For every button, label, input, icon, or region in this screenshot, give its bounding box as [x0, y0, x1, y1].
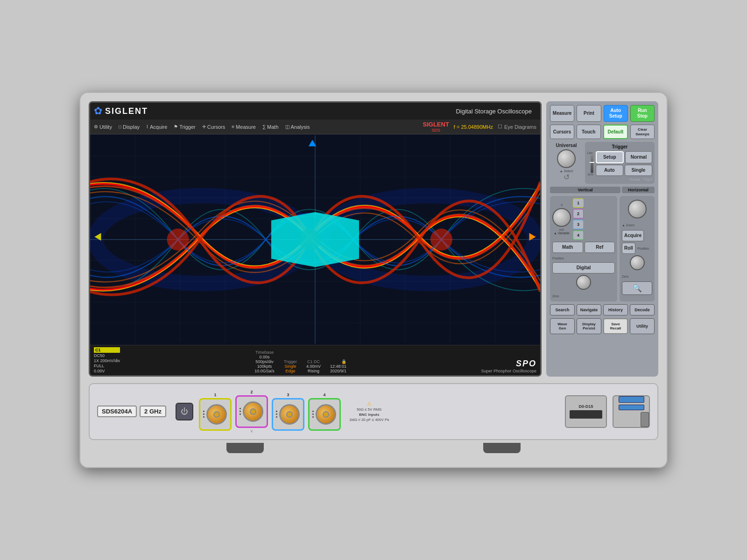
ch3-bnc-inner	[279, 404, 300, 425]
save-recall-button[interactable]: Save Recall	[603, 318, 628, 334]
ch1-bnc-label: 1	[214, 392, 216, 397]
timebase-kpts: 100kpts	[254, 364, 275, 369]
cursors-button[interactable]: Cursors	[550, 125, 574, 139]
eye-checkbox: ☐	[498, 124, 502, 130]
ch4-connector[interactable]	[308, 398, 341, 431]
usb-port-2[interactable]	[619, 405, 644, 410]
ch3-connector[interactable]	[272, 398, 304, 431]
default-button[interactable]: Default	[603, 125, 628, 139]
clear-sweeps-button[interactable]: Clear Sweeps	[630, 125, 655, 139]
variable-label: ▲ Variable	[554, 231, 570, 235]
touch-button[interactable]: Touch	[577, 125, 601, 139]
trigger-row1: Setup Normal	[596, 151, 652, 163]
menu-trigger[interactable]: ⚑ Trigger	[174, 124, 195, 130]
bnc-ch1: 1	[199, 392, 232, 431]
trigod-label: Trig'd	[643, 177, 652, 182]
timestamp: 12:48:01	[330, 364, 346, 369]
date: 2020/9/1	[330, 369, 346, 373]
position-knob-horiz[interactable]	[630, 255, 645, 270]
siglent-small: SIGLENT	[423, 121, 449, 128]
position-label-vert: Position	[552, 257, 564, 260]
ref-button[interactable]: Ref	[585, 242, 615, 253]
bnc-ch3: 3	[272, 392, 304, 431]
utility-button[interactable]: Utility	[630, 318, 655, 334]
universal-section: Universal ▲ Select ↺	[550, 142, 583, 184]
zoom-label: ▲ Zoom	[622, 224, 634, 227]
math-ref-row: Math Ref	[552, 242, 615, 253]
stands	[89, 443, 658, 453]
search-button[interactable]: Search	[550, 304, 575, 315]
freq-badge: 2 GHz	[140, 406, 166, 417]
model-text: SDS6204A	[97, 406, 137, 417]
ch1-connector[interactable]	[199, 398, 232, 431]
menu-math[interactable]: ∑ Math	[262, 124, 279, 130]
trigger-auto-button[interactable]: Auto	[596, 165, 623, 176]
model-small: SDS	[431, 128, 440, 133]
stand-right	[483, 443, 521, 453]
ch4-bnc-label: 4	[323, 392, 325, 397]
wavegen-button[interactable]: Wave Gen	[550, 318, 575, 334]
ch2-connector[interactable]	[235, 395, 268, 428]
menu-measure[interactable]: ≡ Measure	[232, 124, 256, 130]
acq-info: 🔒 12:48:01 2020/9/1	[330, 359, 346, 373]
power-button[interactable]: ⏻	[176, 403, 193, 420]
history-button[interactable]: History	[603, 304, 628, 315]
model-badge: SDS6204A 2 GHz	[97, 406, 166, 417]
position-knob-vert[interactable]	[576, 275, 591, 290]
print-button[interactable]: Print	[577, 105, 601, 122]
acquire-icon: ⌇	[146, 124, 148, 129]
menu-utility[interactable]: ⚙ Utility	[94, 124, 112, 130]
decode-button[interactable]: Decode	[630, 304, 655, 315]
math-icon: ∑	[262, 124, 266, 129]
ch1-button[interactable]: 1	[573, 198, 584, 208]
universal-knob[interactable]	[557, 149, 576, 168]
digital-button[interactable]: Digital	[552, 262, 615, 273]
ch2-button[interactable]: 2	[573, 209, 584, 218]
back-button[interactable]: ↺	[564, 173, 570, 182]
menu-acquire[interactable]: ⌇ Acquire	[146, 124, 167, 130]
oscilloscope-body: ✿ SIGLENT Digital Storage Oscilloscope ⚙…	[79, 92, 668, 468]
timebase-info: Timebase 0.00s 500ps/div 100kpts 10.0GSa…	[254, 350, 275, 373]
stand-left	[226, 443, 264, 453]
math-button[interactable]: Math	[552, 242, 583, 253]
spo-subtitle: Super Phosphor Oscilloscope	[481, 369, 536, 373]
waveform-display	[90, 134, 540, 345]
card-slot[interactable]	[641, 412, 649, 427]
digital-connector[interactable]: D0-D15	[565, 395, 607, 428]
ch1-scale: 1X 200mV/div	[94, 358, 120, 363]
svg-marker-26	[271, 212, 359, 267]
vertical-section: V mV ▲ Variable 1 2 3 4 Math	[550, 196, 617, 301]
select-label: ▲ Select	[560, 169, 573, 173]
usb-port-1[interactable]	[619, 396, 644, 403]
volt-knob-section: V mV ▲ Variable	[552, 203, 571, 235]
screen-footer: C1 DC50 1X 200mV/div FULL 0.00V Timebase…	[90, 345, 540, 375]
acquire-button[interactable]: Acquire	[622, 230, 644, 241]
bnc-info-line2: 1MΩ // 20 pF ≤ 400V Pk	[349, 417, 389, 422]
measure-button[interactable]: Measure	[550, 105, 574, 122]
time-knob[interactable]	[628, 200, 647, 218]
ch4-button[interactable]: 4	[573, 231, 584, 240]
auto-setup-button[interactable]: Auto Setup	[604, 105, 628, 122]
voltage-knob[interactable]	[552, 208, 571, 227]
top-button-row: Measure Print Auto Setup Run Stop	[550, 105, 655, 122]
ch3-button[interactable]: 3	[573, 220, 584, 229]
trigger-normal-button[interactable]: Normal	[625, 151, 652, 163]
universal-label: Universal	[556, 143, 577, 148]
menu-cursors[interactable]: ✛ Cursors	[202, 124, 226, 130]
menu-analysis[interactable]: ◫ Analysis	[285, 124, 310, 130]
level-bar	[591, 154, 593, 173]
roll-button[interactable]: Roll	[622, 243, 635, 254]
run-stop-button[interactable]: Run Stop	[630, 105, 655, 122]
menu-display[interactable]: □ Display	[119, 124, 140, 130]
trigger-edge: Edge	[284, 369, 297, 373]
trigger-setup-button[interactable]: Setup	[596, 151, 624, 163]
search-knob-button[interactable]: 🔍	[622, 281, 652, 295]
navigate-button[interactable]: Navigate	[577, 304, 601, 315]
position-label-horiz: Position	[637, 247, 649, 250]
screen-container: ✿ SIGLENT Digital Storage Oscilloscope ⚙…	[89, 101, 542, 377]
display-persist-button[interactable]: Display Persist	[577, 318, 601, 334]
trigger-single-button[interactable]: Single	[625, 165, 652, 176]
trigger-section: Trigger Lev. 50% Setup Norma	[585, 142, 655, 184]
digital-port	[570, 410, 602, 419]
logo-icon: ✿	[94, 105, 102, 117]
